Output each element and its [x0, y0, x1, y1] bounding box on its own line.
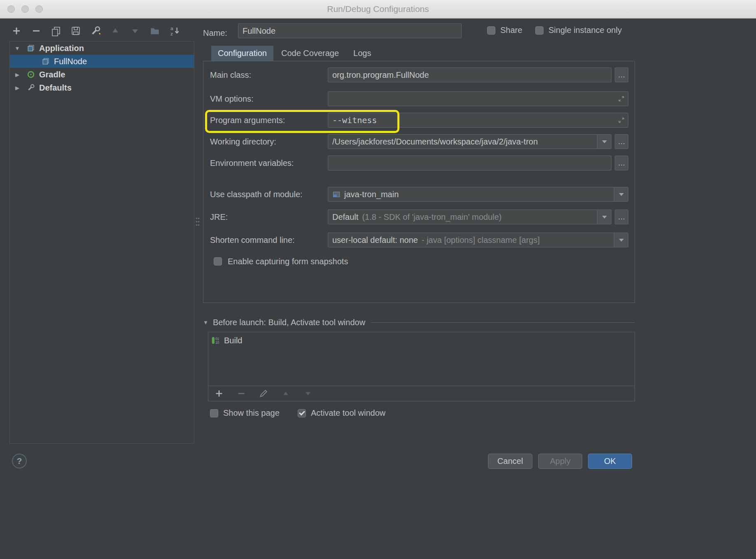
jre-hint: (1.8 - SDK of 'java-tron_main' module)	[362, 212, 502, 222]
name-input[interactable]	[238, 23, 462, 38]
form-snapshots-label: Enable capturing form snapshots	[228, 257, 348, 266]
expand-field-icon[interactable]	[618, 95, 625, 102]
activate-tool-window-label: Activate tool window	[311, 408, 385, 418]
activate-tool-window-checkbox[interactable]	[298, 409, 306, 417]
share-row: Share	[487, 26, 522, 35]
move-down-button[interactable]	[129, 25, 141, 37]
create-folder-button[interactable]	[149, 25, 161, 37]
remove-task-button[interactable]	[236, 387, 247, 400]
form-snapshots-row: Enable capturing form snapshots	[214, 254, 584, 269]
tree-item-fullnode[interactable]: FullNode	[10, 55, 194, 68]
working-directory-combo[interactable]: /Users/jackforest/Documents/workspace/ja…	[328, 134, 611, 149]
classpath-module-combo[interactable]: java-tron_main	[328, 187, 628, 202]
build-icon: 01 10	[211, 336, 220, 345]
shorten-command-line-combo[interactable]: user-local default: none - java [options…	[328, 233, 628, 247]
copy-configuration-button[interactable]	[50, 25, 62, 37]
classpath-module-value: java-tron_main	[344, 190, 399, 199]
shorten-command-line-row: Shorten command line: user-local default…	[210, 233, 628, 247]
before-launch-toolbar	[208, 386, 635, 401]
sort-configurations-button[interactable]: a z	[169, 25, 180, 37]
edit-task-button[interactable]	[258, 387, 269, 400]
working-directory-row: Working directory: /Users/jackforest/Doc…	[210, 134, 628, 149]
svg-text:01: 01	[215, 337, 219, 341]
jre-browse-button[interactable]: …	[615, 210, 628, 224]
minus-icon	[31, 26, 42, 36]
main-class-row: Main class: …	[210, 68, 628, 82]
show-this-page-checkbox[interactable]	[210, 409, 218, 417]
pencil-icon	[259, 389, 268, 398]
chevron-right-icon[interactable]: ▶	[13, 72, 21, 78]
main-class-browse-button[interactable]: …	[615, 68, 628, 82]
edit-defaults-button[interactable]	[90, 25, 101, 37]
tab-configuration[interactable]: Configuration	[211, 46, 273, 61]
svg-text:a: a	[170, 26, 173, 31]
program-arguments-input[interactable]	[328, 113, 628, 128]
chevron-down-icon	[619, 239, 624, 242]
program-arguments-label: Program arguments:	[210, 116, 328, 125]
arrow-up-icon	[110, 26, 120, 36]
move-up-button[interactable]	[110, 25, 121, 37]
move-task-down-button[interactable]	[302, 387, 314, 400]
shorten-command-line-dropdown-button[interactable]	[614, 233, 628, 247]
working-directory-dropdown-button[interactable]	[597, 135, 611, 149]
vm-options-label: VM options:	[210, 94, 328, 104]
tree-item-defaults[interactable]: ▶ Defaults	[10, 81, 194, 94]
classpath-module-dropdown-button[interactable]	[614, 187, 628, 201]
share-checkbox[interactable]	[487, 26, 495, 35]
run-debug-configurations-window: Run/Debug Configurations a z	[0, 0, 756, 559]
tab-logs[interactable]: Logs	[347, 46, 378, 61]
chevron-right-icon[interactable]: ▶	[13, 85, 21, 91]
chevron-down-icon	[602, 216, 607, 219]
before-launch-header[interactable]: ▼ Before launch: Build, Activate tool wi…	[203, 318, 635, 327]
environment-variables-input[interactable]	[328, 156, 611, 170]
classpath-module-label: Use classpath of module:	[210, 190, 328, 199]
apply-button[interactable]: Apply	[538, 454, 582, 469]
application-icon	[42, 57, 51, 65]
remove-configuration-button[interactable]	[30, 25, 42, 37]
svg-text:10: 10	[215, 341, 219, 345]
ok-button[interactable]: OK	[588, 454, 632, 469]
environment-variables-row: Environment variables: …	[210, 156, 628, 170]
tree-item-gradle[interactable]: ▶ Gradle	[10, 68, 194, 81]
add-configuration-button[interactable]	[11, 25, 22, 37]
tab-code-coverage[interactable]: Code Coverage	[275, 46, 345, 61]
main-class-input[interactable]	[328, 68, 611, 82]
jre-combo[interactable]: Default (1.8 - SDK of 'java-tron_main' m…	[328, 210, 611, 224]
tree-item-label: Gradle	[39, 70, 65, 79]
working-directory-browse-button[interactable]: …	[615, 134, 628, 149]
window-title: Run/Debug Configurations	[0, 0, 756, 18]
configurations-toolbar: a z	[11, 23, 180, 39]
add-task-button[interactable]	[213, 387, 225, 400]
show-this-page-label: Show this page	[223, 408, 280, 418]
activate-tool-window-row: Activate tool window	[298, 408, 385, 418]
environment-variables-browse-button[interactable]: …	[615, 156, 628, 170]
configurations-tree: ▼ Application FullNode ▶ Gradle ▶ Defaul…	[9, 41, 194, 444]
save-configuration-button[interactable]	[70, 25, 82, 37]
expand-field-icon[interactable]	[618, 116, 625, 124]
form-snapshots-checkbox[interactable]	[214, 257, 222, 266]
sort-az-icon: a z	[169, 26, 180, 36]
jre-label: JRE:	[210, 212, 328, 222]
configuration-panel: Main class: … VM options: Program argume…	[203, 61, 635, 303]
classpath-module-row: Use classpath of module: java-tron_main	[210, 187, 628, 202]
single-instance-label: Single instance only	[548, 26, 622, 35]
share-label: Share	[500, 26, 522, 35]
tree-item-application[interactable]: ▼ Application	[10, 42, 194, 55]
before-launch-item-build[interactable]: 01 10 Build	[211, 334, 242, 347]
single-instance-checkbox[interactable]	[535, 26, 544, 35]
before-launch-list[interactable]: 01 10 Build	[208, 332, 635, 401]
single-instance-row: Single instance only	[535, 26, 622, 35]
main-class-label: Main class:	[210, 70, 328, 80]
vm-options-input[interactable]	[328, 91, 628, 106]
cancel-button[interactable]: Cancel	[488, 454, 532, 469]
program-arguments-row: Program arguments:	[210, 113, 628, 128]
help-button[interactable]: ?	[12, 454, 27, 468]
plus-icon	[214, 389, 224, 398]
jre-dropdown-button[interactable]	[597, 210, 611, 224]
module-icon	[332, 190, 341, 198]
splitter-grip[interactable]	[196, 217, 201, 229]
chevron-down-icon[interactable]: ▼	[13, 45, 21, 51]
move-task-up-button[interactable]	[280, 387, 292, 400]
show-this-page-row: Show this page	[210, 408, 280, 418]
jre-row: JRE: Default (1.8 - SDK of 'java-tron_ma…	[210, 210, 628, 224]
